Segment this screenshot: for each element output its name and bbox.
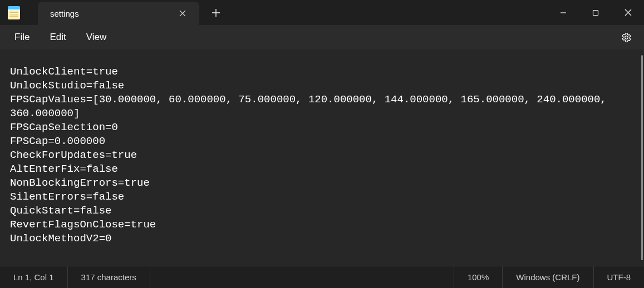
maximize-button[interactable] [579, 0, 612, 25]
close-icon [179, 10, 186, 17]
plus-icon [212, 9, 220, 17]
menu-edit[interactable]: Edit [40, 28, 76, 46]
menubar: File Edit View [0, 25, 644, 49]
status-line-endings[interactable]: Windows (CRLF) [503, 266, 593, 288]
gear-icon [621, 32, 632, 43]
minimize-icon [560, 9, 567, 16]
menu-view[interactable]: View [76, 28, 117, 46]
status-charcount: 317 characters [68, 266, 150, 288]
scrollbar[interactable] [641, 55, 643, 260]
status-zoom[interactable]: 100% [454, 266, 503, 288]
notepad-icon [8, 6, 20, 19]
status-position[interactable]: Ln 1, Col 1 [0, 266, 68, 288]
scrollbar-thumb[interactable] [641, 55, 643, 260]
close-icon [625, 9, 632, 16]
settings-button[interactable] [615, 26, 637, 48]
svg-rect-0 [593, 10, 598, 15]
app-icon [0, 0, 28, 25]
statusbar: Ln 1, Col 1 317 characters 100% Windows … [0, 266, 644, 288]
close-tab-button[interactable] [175, 6, 190, 21]
window-controls [547, 0, 644, 25]
tab-settings[interactable]: settings [38, 2, 199, 25]
maximize-icon [592, 9, 599, 16]
tab-title: settings [50, 9, 168, 18]
editor-container: UnlockClient=true UnlockStudio=false FPS… [0, 49, 644, 266]
status-encoding[interactable]: UTF-8 [594, 266, 645, 288]
titlebar: settings [0, 0, 644, 25]
titlebar-drag-region[interactable] [229, 0, 547, 25]
minimize-button[interactable] [547, 0, 579, 25]
menu-file[interactable]: File [4, 28, 40, 46]
text-editor[interactable]: UnlockClient=true UnlockStudio=false FPS… [0, 49, 644, 266]
new-tab-button[interactable] [203, 0, 229, 25]
close-window-button[interactable] [612, 0, 644, 25]
